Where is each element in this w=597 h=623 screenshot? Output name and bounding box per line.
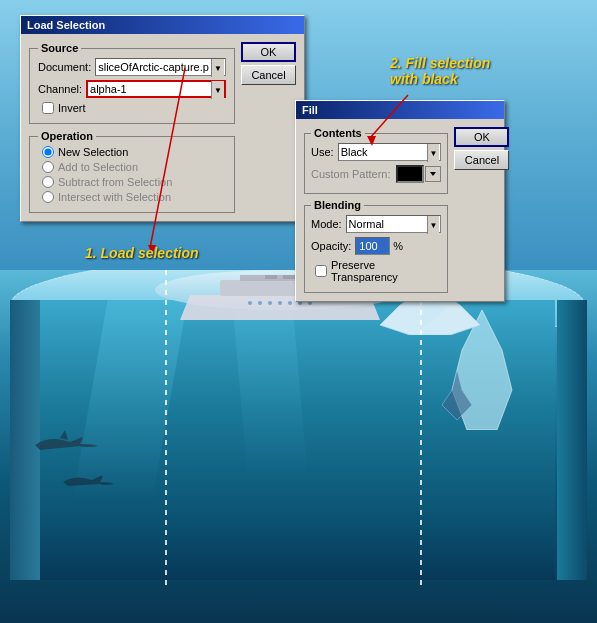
fill-dialog-fields: Contents Use: Black Custom Pattern: <box>304 127 448 293</box>
use-row: Use: Black <box>311 143 441 161</box>
load-selection-dialog: Load Selection Source Document: sliceOfA… <box>20 15 305 222</box>
radio-subtract-selection[interactable] <box>42 176 54 188</box>
operation-legend: Operation <box>38 130 96 142</box>
mode-row: Mode: Normal <box>311 215 441 233</box>
slice-line-right <box>420 270 422 590</box>
opacity-label: Opacity: <box>311 240 351 252</box>
fill-dialog-content: Contents Use: Black Custom Pattern: <box>296 119 504 301</box>
source-group: Source Document: sliceOfArctic-capture.p… <box>29 42 235 124</box>
radio-new-label: New Selection <box>58 146 128 158</box>
radio-intersect-row: Intersect with Selection <box>38 191 226 203</box>
contents-group: Contents Use: Black Custom Pattern: <box>304 127 448 194</box>
mode-select-wrapper[interactable]: Normal <box>346 215 442 233</box>
shark-silhouette-2 <box>60 470 115 495</box>
opacity-input[interactable] <box>355 237 390 255</box>
svg-rect-3 <box>283 275 295 279</box>
document-label: Document: <box>38 61 91 73</box>
invert-label: Invert <box>58 102 86 114</box>
channel-label: Channel: <box>38 83 82 95</box>
load-selection-cancel-button[interactable]: Cancel <box>241 65 296 85</box>
load-selection-fields: Source Document: sliceOfArctic-capture.p… <box>29 42 235 213</box>
svg-point-7 <box>278 301 282 305</box>
small-boat-underwater <box>437 370 477 420</box>
svg-point-6 <box>268 301 272 305</box>
radio-add-selection[interactable] <box>42 161 54 173</box>
preserve-transparency-checkbox[interactable] <box>315 265 327 277</box>
fill-dialog-titlebar: Fill <box>296 101 504 119</box>
preserve-transparency-row: Preserve Transparency <box>311 259 441 283</box>
blending-legend: Blending <box>311 199 364 211</box>
radio-subtract-label: Subtract from Selection <box>58 176 172 188</box>
mode-label: Mode: <box>311 218 342 230</box>
svg-point-5 <box>258 301 262 305</box>
svg-rect-2 <box>265 275 277 279</box>
fill-dialog-ok-button[interactable]: OK <box>454 127 509 147</box>
color-swatch <box>396 165 424 183</box>
load-selection-titlebar: Load Selection <box>21 16 304 34</box>
operation-group: Operation New Selection Add to Selection… <box>29 130 235 213</box>
fill-dialog-inner: Contents Use: Black Custom Pattern: <box>304 127 496 293</box>
opacity-row: Opacity: % <box>311 237 441 255</box>
fill-dialog-buttons: OK Cancel <box>454 127 509 293</box>
load-selection-inner: Source Document: sliceOfArctic-capture.p… <box>29 42 296 213</box>
custom-pattern-label: Custom Pattern: <box>311 168 390 180</box>
use-select[interactable]: Black <box>338 143 442 161</box>
fill-dialog-title: Fill <box>302 104 318 116</box>
radio-new-selection[interactable] <box>42 146 54 158</box>
dropdown-arrow-icon <box>428 169 438 179</box>
radio-intersect-selection[interactable] <box>42 191 54 203</box>
use-label: Use: <box>311 146 334 158</box>
radio-subtract-row: Subtract from Selection <box>38 176 226 188</box>
contents-legend: Contents <box>311 127 365 139</box>
radio-add-label: Add to Selection <box>58 161 138 173</box>
radio-intersect-label: Intersect with Selection <box>58 191 171 203</box>
load-selection-buttons: OK Cancel <box>241 42 296 213</box>
shark-silhouette <box>30 430 100 460</box>
source-legend: Source <box>38 42 81 54</box>
mode-select[interactable]: Normal <box>346 215 442 233</box>
slice-line-left <box>165 270 167 590</box>
channel-row: Channel: alpha-1 <box>38 80 226 98</box>
cylinder-right-wall <box>557 300 587 580</box>
svg-point-4 <box>248 301 252 305</box>
invert-checkbox[interactable] <box>42 102 54 114</box>
load-selection-title: Load Selection <box>27 19 105 31</box>
use-select-wrapper[interactable]: Black <box>338 143 442 161</box>
invert-row: Invert <box>38 102 226 114</box>
custom-pattern-row: Custom Pattern: <box>311 165 441 183</box>
radio-new-row: New Selection <box>38 146 226 158</box>
opacity-unit: % <box>393 240 403 252</box>
blending-group: Blending Mode: Normal Opacity: <box>304 199 448 293</box>
fill-dialog: Fill Contents Use: Black <box>295 100 505 302</box>
document-row: Document: sliceOfArctic-capture.psd <box>38 58 226 76</box>
radio-add-row: Add to Selection <box>38 161 226 173</box>
channel-select-wrapper[interactable]: alpha-1 <box>86 80 226 98</box>
preserve-transparency-label: Preserve Transparency <box>331 259 441 283</box>
pattern-swatch-btn[interactable] <box>425 166 441 182</box>
fill-dialog-cancel-button[interactable]: Cancel <box>454 150 509 170</box>
document-select-wrapper[interactable]: sliceOfArctic-capture.psd <box>95 58 226 76</box>
channel-select[interactable]: alpha-1 <box>86 80 226 98</box>
load-selection-ok-button[interactable]: OK <box>241 42 296 62</box>
svg-marker-15 <box>430 172 436 176</box>
document-select[interactable]: sliceOfArctic-capture.psd <box>95 58 226 76</box>
load-selection-content: Source Document: sliceOfArctic-capture.p… <box>21 34 304 221</box>
svg-point-8 <box>288 301 292 305</box>
